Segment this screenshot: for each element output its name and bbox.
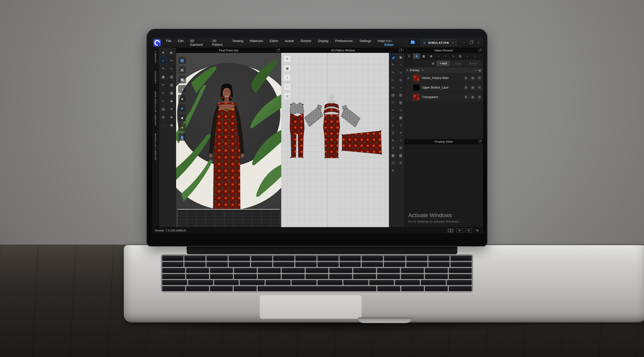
add-item-icon[interactable]: + — [475, 69, 477, 72]
menu-sewing[interactable]: Sewing — [232, 39, 243, 47]
fabric-gray-button[interactable]: ■ — [178, 114, 186, 122]
layer-selected-check-icon[interactable]: ✓ — [406, 76, 411, 80]
layer-copy-icon[interactable]: ⊞ — [477, 76, 481, 80]
texture-tab[interactable]: ▦ — [420, 53, 427, 59]
menu-file[interactable]: File — [166, 39, 171, 47]
text-tool[interactable]: A — [390, 137, 396, 144]
popout-icon[interactable] — [399, 49, 401, 52]
show-garment-tool[interactable]: ▣ — [159, 73, 167, 80]
detail-sew-2d-tool[interactable]: ◎ — [397, 76, 404, 83]
rename-icon[interactable]: ✎ — [422, 69, 424, 72]
garment-print-tool[interactable]: ◈ — [168, 113, 175, 121]
menu-avatar[interactable]: Avatar — [285, 39, 294, 47]
view-3d-button[interactable]: 3D — [456, 228, 463, 233]
copy-button[interactable]: Copy — [452, 61, 465, 66]
avatar-walk-tool[interactable]: ▶ — [168, 49, 175, 56]
sidebar-tab-modular-library[interactable]: MODULAR LIBRARY — [154, 134, 157, 161]
caret-down-icon[interactable]: ▾ — [407, 69, 408, 72]
pattern-pieces[interactable] — [281, 53, 389, 227]
sewing-machine-2d-tool[interactable]: ▣ — [397, 54, 404, 61]
binding-tool[interactable]: ▯ — [390, 122, 396, 129]
menu-materials[interactable]: Materials — [250, 39, 263, 47]
fabric-hand-tool[interactable]: ☷ — [390, 160, 396, 166]
avatar-display-button[interactable]: ● — [178, 123, 186, 131]
pattern-2d-canvas[interactable]: ✎▣i□⊠ — [281, 53, 389, 227]
trim-tab[interactable]: ▤ — [457, 53, 464, 59]
seam-ruler-tool[interactable]: ∥ — [390, 129, 396, 136]
add-window-icon[interactable]: + — [402, 49, 404, 52]
lock-pattern-button[interactable]: ⊠ — [284, 93, 291, 100]
menu-2d-pattern[interactable]: 2D Pattern — [212, 39, 226, 47]
folder-icon[interactable]: ▣ — [479, 69, 481, 72]
popout-icon[interactable] — [479, 140, 481, 143]
scene-list-tab[interactable]: ☰ — [406, 53, 413, 59]
show-seam-button[interactable]: ✎ — [284, 55, 291, 62]
simulation-dropdown-caret[interactable]: ▾ — [452, 41, 454, 44]
menu-render[interactable]: Render — [301, 39, 311, 47]
fabric-view-button[interactable]: ■ — [178, 104, 186, 112]
expand-arrow-icon[interactable]: › — [407, 140, 408, 143]
fabric-plus-tool[interactable]: ⊞ — [397, 144, 404, 151]
stitch-dashed-tab[interactable]: ╌ — [442, 53, 449, 59]
edit-sew-tool[interactable]: ∿ — [168, 65, 175, 72]
list-2d-tool[interactable]: ☰ — [397, 160, 404, 166]
sidebar-tab-new-modular-library[interactable]: NEW MODULAR LIBRARY — [154, 91, 157, 126]
text-style-tool[interactable]: A — [390, 144, 396, 151]
trace-tool[interactable]: ▤ — [390, 92, 396, 98]
menu-help[interactable]: Help — [378, 39, 384, 47]
menu-display[interactable]: Display — [318, 39, 329, 47]
cloud-sync-button[interactable] — [408, 39, 417, 46]
layer-add-icon[interactable]: ⊞ — [464, 95, 468, 99]
iron-tool[interactable]: ─ — [397, 84, 404, 91]
show-garment-button[interactable]: ▣ — [178, 66, 186, 74]
pattern-info-button[interactable]: i — [284, 74, 291, 81]
sewing-machine-tool[interactable]: ✂ — [159, 81, 167, 88]
edit-curve-tool[interactable]: ∿ — [390, 69, 396, 76]
tab-scroll-left[interactable]: ‹ — [464, 53, 471, 59]
button-tool[interactable]: ◉ — [168, 121, 175, 129]
popout-icon[interactable] — [277, 49, 279, 52]
collapse-arrow-icon[interactable]: ‹ — [407, 49, 408, 52]
split-view-button[interactable] — [447, 228, 454, 233]
layer-add-icon[interactable]: ⊞ — [464, 76, 468, 80]
clo-logo-icon[interactable] — [153, 39, 161, 47]
pen-line-tool[interactable]: / — [397, 122, 404, 129]
restore-button[interactable] — [468, 41, 474, 45]
add-button[interactable]: + Add — [436, 61, 450, 66]
avatar-garment-button[interactable]: ◑ — [178, 85, 186, 93]
transform-tool[interactable]: ◢ — [390, 54, 396, 61]
simulation-button[interactable]: » SIMULATION ▾ — [420, 39, 457, 46]
curve-sew-2d-tool[interactable]: ∿ — [397, 69, 404, 76]
flower-pattern-tool[interactable]: ∘ — [397, 107, 404, 113]
scene-3d[interactable]: ▦▣▣◑●■■●◉ — [176, 53, 281, 227]
layer-fabric-icon[interactable]: ▨ — [471, 86, 475, 90]
menu-settings[interactable]: Settings — [359, 39, 371, 47]
object-browser-titlebar[interactable]: ‹ Object Browser — [405, 48, 483, 53]
move-tool[interactable]: + — [159, 57, 167, 64]
menu-preferences[interactable]: Preferences — [335, 39, 353, 47]
grading-table-tool[interactable]: ▦ — [390, 152, 396, 159]
menu-editor[interactable]: Editor — [270, 39, 278, 47]
layer-thumbnail[interactable] — [413, 84, 420, 91]
garment-trim-tool[interactable]: ▩ — [168, 89, 175, 96]
garment-fit-button[interactable]: ▣ — [178, 75, 186, 84]
layer-row[interactable]: Transparent⊞▨⊞ — [405, 92, 483, 102]
polygon-tool[interactable]: ▷ — [390, 76, 396, 83]
tab-scroll-right[interactable]: › — [471, 53, 478, 59]
zigzag-pin-tool[interactable]: ≈ — [397, 137, 404, 144]
garment-pen-tool[interactable]: ▧ — [168, 73, 175, 80]
layer-thumbnail[interactable] — [413, 74, 420, 82]
close-button[interactable]: × — [475, 41, 481, 45]
sync-refresh-button[interactable]: ↻ — [474, 229, 480, 232]
topstitch-tab[interactable]: ─ — [435, 53, 442, 59]
dashed-line-tool[interactable]: ≡ — [397, 129, 404, 136]
pattern-outline-tool[interactable]: □ — [390, 114, 396, 121]
edit-pattern-tool[interactable]: ✎ — [390, 61, 396, 68]
layer-copy-icon[interactable]: ⊞ — [477, 86, 481, 90]
show-fabric-button[interactable]: □ — [284, 83, 291, 90]
free-sew-2d-tool[interactable]: ╌ — [397, 61, 404, 68]
layer-copy-icon[interactable]: ⊞ — [477, 95, 481, 99]
notch-tool[interactable]: × — [390, 107, 396, 113]
fabric-group-row[interactable]: ▾ Primary ✎ + ▣ — [405, 67, 483, 73]
shirt-flower-tool[interactable]: ▦ — [397, 114, 404, 121]
